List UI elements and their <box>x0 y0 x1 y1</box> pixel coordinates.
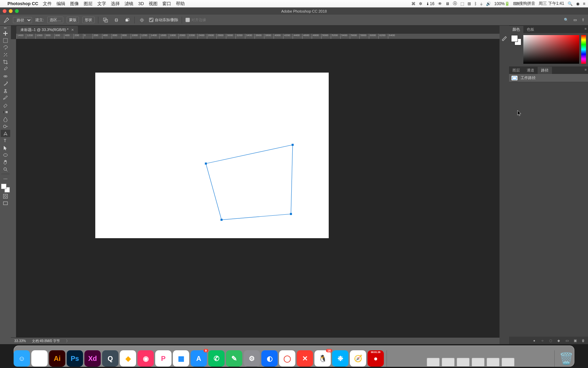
datetime-status[interactable]: 周三 下午1:41 <box>539 1 564 6</box>
hue-slider[interactable] <box>581 35 586 64</box>
pen-tool[interactable] <box>1 130 10 137</box>
magic-wand-tool[interactable] <box>1 51 10 58</box>
siri-icon[interactable]: ◉ <box>576 1 579 6</box>
dock-app-xd[interactable]: Xd <box>84 350 101 367</box>
dock-minimized-win2[interactable] <box>442 358 455 367</box>
menu-type[interactable]: 文字 <box>97 1 106 7</box>
document-info[interactable]: 文档:49.8M/0 字节 <box>32 339 60 343</box>
status-icon-a[interactable]: Ⓐ <box>453 1 457 6</box>
canvas[interactable] <box>16 39 500 337</box>
panel-menu-icon[interactable]: ≡ <box>585 68 587 72</box>
close-window-button[interactable] <box>3 9 6 13</box>
dock-minimized-win1[interactable] <box>427 358 440 367</box>
history-brush-tool[interactable] <box>1 94 10 101</box>
dock-minimized-win3[interactable] <box>457 358 470 367</box>
volume-icon[interactable]: 🔊 <box>486 1 491 6</box>
make-work-path-icon[interactable]: ◆ <box>557 338 561 342</box>
screen-mode-icon[interactable]: ▭ <box>573 18 577 22</box>
close-tab-icon[interactable]: ✕ <box>71 28 74 32</box>
dock-app-principle[interactable]: ◉ <box>137 350 154 367</box>
battery-status[interactable]: 100% 🔋 <box>494 1 510 6</box>
dock-app-chrome[interactable]: ◯ <box>279 350 295 367</box>
dock-app-recorder[interactable]: ●00:01:26 <box>368 350 384 367</box>
status-icon-2[interactable]: ✲ <box>419 1 422 6</box>
dock-app-dingtalk[interactable]: ❉ <box>332 350 348 367</box>
status-icon-display[interactable]: 🖥 <box>445 1 450 6</box>
lasso-tool[interactable] <box>1 44 10 51</box>
tab-swatches[interactable]: 色板 <box>523 26 538 33</box>
dock-app-wechat[interactable]: ✆ <box>208 350 225 367</box>
status-icon-b[interactable]: ⬚ <box>460 1 464 6</box>
dock-app-teamviewer[interactable]: ◐ <box>261 350 278 367</box>
hand-tool[interactable] <box>1 158 10 166</box>
pen-tool-icon[interactable] <box>3 17 10 23</box>
clone-stamp-tool[interactable] <box>1 87 10 94</box>
eyedropper-tool[interactable] <box>1 65 10 73</box>
tab-color[interactable]: 颜色 <box>509 26 523 33</box>
notification-center-icon[interactable]: ≡ <box>583 1 585 6</box>
blur-tool[interactable] <box>1 116 10 123</box>
status-icon-c[interactable]: ⊞ <box>468 1 471 6</box>
marquee-tool[interactable] <box>1 37 10 44</box>
new-path-icon[interactable]: ▣ <box>573 338 577 342</box>
wifi-icon[interactable]: ⏚ <box>480 1 483 6</box>
shape-tool[interactable] <box>1 151 10 158</box>
dock-app-keynote[interactable]: ▦ <box>173 350 189 367</box>
color-swatches[interactable] <box>1 184 10 193</box>
tool-mode-select[interactable]: 路径 <box>13 17 32 23</box>
auto-add-delete-checkbox[interactable]: 自动添加/删除 <box>149 17 178 22</box>
eraser-tool[interactable] <box>1 101 10 108</box>
dock-minimized-win4[interactable] <box>472 358 485 367</box>
tab-channels[interactable]: 通道 <box>523 67 538 74</box>
status-icon-eye[interactable]: 👁 <box>438 1 442 6</box>
artboard[interactable] <box>95 73 329 238</box>
foreground-background-swatch[interactable] <box>511 35 521 45</box>
edit-toolbar-icon[interactable]: ⋯ <box>1 175 10 182</box>
dock-app-sketch[interactable]: ◆ <box>120 350 136 367</box>
dock-app-finder[interactable]: ☺ <box>14 350 30 367</box>
menu-image[interactable]: 图像 <box>70 1 79 7</box>
menu-filter[interactable]: 滤镜 <box>125 1 133 7</box>
dodge-tool[interactable] <box>1 123 10 130</box>
share-icon[interactable]: ⇪ <box>582 18 585 22</box>
menu-file[interactable]: 文件 <box>43 1 52 7</box>
document-tab[interactable]: 未标题–1 @ 33.3%(RGB/8) * ✕ <box>16 26 78 34</box>
make-selection-button[interactable]: 选区… <box>47 17 63 23</box>
minimize-window-button[interactable] <box>9 9 13 13</box>
app-name[interactable]: Photoshop CC <box>7 1 38 6</box>
load-selection-icon[interactable]: ◌ <box>549 338 553 342</box>
status-icon-1[interactable]: ⌘ <box>411 1 415 6</box>
search-icon[interactable]: 🔍 <box>564 18 569 22</box>
menu-layer[interactable]: 图层 <box>84 1 93 7</box>
dock-app-photos[interactable]: ✿ <box>31 350 48 367</box>
vertical-ruler[interactable] <box>11 39 16 337</box>
horizontal-ruler[interactable]: 1400120010008006004002000200400600800100… <box>16 34 500 39</box>
maximize-window-button[interactable] <box>15 9 19 13</box>
spot-heal-tool[interactable] <box>1 73 10 80</box>
menu-help[interactable]: 帮助 <box>176 1 185 7</box>
tab-layers[interactable]: 图层 <box>509 67 523 74</box>
tools-collapse-icon[interactable]: ▸▸ <box>1 26 10 30</box>
menu-edit[interactable]: 编辑 <box>56 1 65 7</box>
dock-app-safari[interactable]: 🧭 <box>350 350 366 367</box>
make-mask-button[interactable]: 蒙版 <box>67 17 79 23</box>
tab-paths[interactable]: 路径 <box>538 67 552 74</box>
spotlight-icon[interactable]: 🔍 <box>568 1 573 6</box>
ime-status[interactable]: ⌨ 搜狗拼音 <box>513 1 535 6</box>
path-operations-icon[interactable] <box>102 16 109 24</box>
menu-select[interactable]: 选择 <box>111 1 120 7</box>
panel-menu-icon[interactable]: ≡ <box>585 27 587 31</box>
dock-app-illustrator[interactable]: Ai <box>49 350 65 367</box>
dock-app-appstore[interactable]: A9 <box>191 350 207 367</box>
path-arrangement-icon[interactable] <box>124 16 131 24</box>
dock-app-quicktime[interactable]: Q <box>102 350 118 367</box>
gradient-tool[interactable] <box>1 108 10 116</box>
menu-3d[interactable]: 3D <box>138 1 144 6</box>
bluetooth-icon[interactable]: ᛒ <box>474 1 477 6</box>
status-arrow-icon[interactable]: 〉 <box>66 339 69 343</box>
add-mask-icon[interactable]: ▭ <box>565 338 569 342</box>
stroke-path-icon[interactable]: ○ <box>540 338 544 342</box>
move-tool[interactable] <box>1 30 10 37</box>
status-icon-3[interactable]: 🌡 16 <box>426 1 434 6</box>
make-shape-button[interactable]: 形状 <box>82 17 95 23</box>
